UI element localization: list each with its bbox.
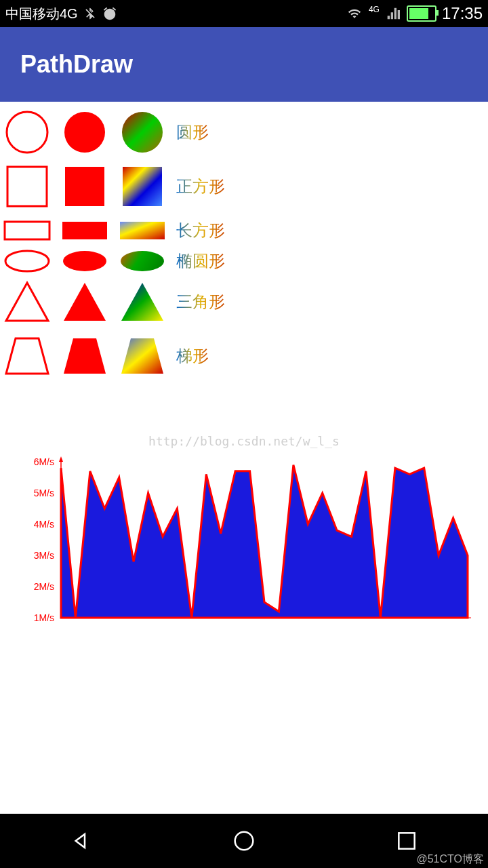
shape-row-circle: 圆形	[3, 108, 485, 156]
area-chart: 6M/s5M/s4M/s3M/s2M/s1M/s	[14, 455, 474, 631]
alarm-icon	[102, 6, 117, 21]
nav-home-button[interactable]	[230, 827, 258, 854]
svg-rect-7	[62, 222, 107, 239]
shape-label-square: 正方形	[176, 176, 225, 197]
triangle-outline-icon	[3, 280, 51, 323]
svg-text:4M/s: 4M/s	[34, 519, 54, 530]
rect-gradient-icon	[119, 220, 166, 241]
rect-outline-icon	[3, 220, 51, 241]
svg-marker-16	[64, 338, 106, 374]
svg-marker-14	[121, 283, 163, 321]
nav-recent-button[interactable]	[393, 827, 420, 854]
shape-label-trapezoid: 梯形	[176, 345, 209, 367]
circle-outline-icon	[5, 111, 49, 154]
trapezoid-outline-icon	[3, 336, 51, 376]
svg-text:5M/s: 5M/s	[34, 488, 54, 498]
svg-point-1	[64, 112, 105, 153]
svg-point-27	[235, 832, 253, 850]
shape-row-trapezoid: 梯形	[3, 332, 485, 380]
svg-rect-3	[7, 167, 47, 206]
clock-label: 17:35	[442, 4, 483, 23]
circle-gradient-icon	[121, 111, 164, 154]
battery-icon	[407, 5, 436, 22]
svg-point-10	[63, 251, 106, 271]
svg-text:3M/s: 3M/s	[34, 550, 54, 561]
svg-marker-15	[6, 338, 48, 374]
svg-text:2M/s: 2M/s	[34, 581, 54, 592]
triangle-gradient-icon	[119, 280, 166, 323]
network-4g-label: 4G	[369, 5, 380, 14]
svg-rect-28	[399, 833, 414, 848]
shapes-content: 圆形 正方形 长方形 椭圆形 三角形 梯形	[0, 102, 488, 393]
shape-row-square: 正方形	[3, 163, 485, 210]
ellipse-outline-icon	[3, 249, 51, 273]
svg-marker-17	[121, 338, 163, 374]
shape-label-circle: 圆形	[176, 121, 209, 143]
square-outline-icon	[5, 165, 49, 208]
carrier-label: 中国移动4G	[5, 5, 78, 23]
svg-rect-5	[123, 167, 162, 206]
bluetooth-off-icon	[83, 7, 97, 20]
trapezoid-fill-icon	[61, 336, 108, 376]
signal-icon	[385, 7, 401, 20]
app-bar: PathDraw	[0, 27, 488, 102]
svg-rect-4	[65, 167, 104, 206]
svg-rect-8	[120, 222, 165, 239]
square-fill-icon	[63, 165, 106, 208]
svg-marker-13	[64, 283, 106, 321]
watermark-url: http://blog.csdn.net/w_l_s	[0, 434, 488, 448]
trapezoid-gradient-icon	[119, 336, 166, 376]
circle-fill-icon	[63, 111, 106, 154]
svg-marker-12	[6, 283, 48, 321]
svg-point-11	[121, 251, 164, 271]
svg-point-9	[5, 251, 49, 271]
svg-point-2	[122, 112, 163, 153]
svg-rect-6	[5, 222, 49, 239]
svg-text:1M/s: 1M/s	[34, 612, 54, 623]
rect-fill-icon	[61, 220, 108, 241]
svg-point-0	[7, 112, 47, 153]
ellipse-gradient-icon	[119, 249, 166, 273]
nav-back-button[interactable]	[68, 827, 95, 854]
square-gradient-icon	[121, 165, 164, 208]
ellipse-fill-icon	[61, 249, 108, 273]
shape-row-rectangle: 长方形	[3, 217, 485, 244]
triangle-fill-icon	[61, 280, 108, 323]
shape-row-ellipse: 椭圆形	[3, 248, 485, 275]
svg-text:6M/s: 6M/s	[34, 456, 54, 467]
shape-label-rect: 长方形	[176, 220, 225, 241]
nav-bar	[0, 814, 488, 868]
status-bar: 中国移动4G 4G 17:35	[0, 0, 488, 27]
svg-marker-19	[59, 456, 63, 462]
shape-label-ellipse: 椭圆形	[176, 250, 225, 272]
shape-row-triangle: 三角形	[3, 278, 485, 326]
chart-area: 6M/s5M/s4M/s3M/s2M/s1M/s	[14, 455, 474, 634]
credit-label: @51CTO博客	[416, 852, 484, 867]
shape-label-triangle: 三角形	[176, 291, 225, 313]
app-title: PathDraw	[20, 50, 133, 79]
wifi-icon	[346, 7, 363, 20]
